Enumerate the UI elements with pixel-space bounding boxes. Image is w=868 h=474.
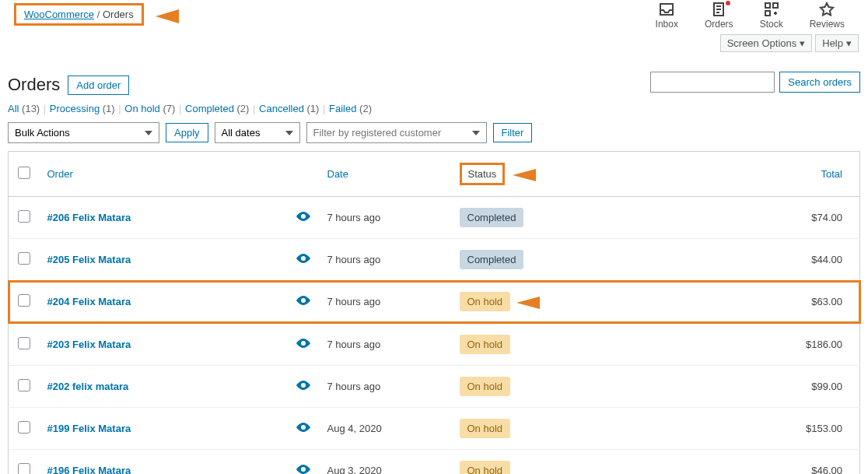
preview-icon[interactable] xyxy=(296,423,310,434)
col-total[interactable]: Total xyxy=(821,168,842,180)
order-date: 7 hours ago xyxy=(327,254,381,265)
nav-inbox-label: Inbox xyxy=(656,19,678,30)
status-badge: On hold xyxy=(460,419,511,438)
chevron-down-icon: ▾ xyxy=(846,37,852,49)
customer-filter-select[interactable]: Filter by registered customer xyxy=(306,122,487,143)
page-title: Orders xyxy=(8,75,60,95)
nav-orders-label: Orders xyxy=(705,19,733,30)
status-badge: Completed xyxy=(460,208,524,227)
nav-reviews-label: Reviews xyxy=(810,19,845,30)
table-row[interactable]: #199 Felix Matara Aug 4, 2020 On hold $1… xyxy=(9,407,860,449)
status-badge: On hold xyxy=(460,335,511,354)
table-row[interactable]: #203 Felix Matara 7 hours ago On hold $1… xyxy=(9,323,860,365)
order-total: $153.00 xyxy=(806,423,842,434)
table-row[interactable]: #196 Felix Matara Aug 3, 2020 On hold $4… xyxy=(9,449,860,474)
nav-stock-label: Stock xyxy=(760,19,783,30)
inbox-icon xyxy=(659,2,674,17)
search-input[interactable] xyxy=(650,72,775,93)
order-date: 7 hours ago xyxy=(327,296,381,307)
row-checkbox[interactable] xyxy=(18,379,30,391)
dates-select[interactable]: All dates xyxy=(215,122,300,143)
row-checkbox[interactable] xyxy=(18,421,30,434)
toolbar: Bulk Actions Apply All dates Filter by r… xyxy=(0,122,868,151)
row-checkbox[interactable] xyxy=(18,337,30,349)
order-link[interactable]: #203 Felix Matara xyxy=(47,339,131,350)
order-link[interactable]: #202 felix matara xyxy=(47,381,129,392)
filter-processing[interactable]: Processing (1) xyxy=(50,103,115,114)
filter-completed[interactable]: Completed (2) xyxy=(185,103,249,114)
search-wrap: Search orders xyxy=(650,72,860,93)
select-all-checkbox[interactable] xyxy=(18,167,30,179)
table-row[interactable]: #205 Felix Matara 7 hours ago Completed … xyxy=(9,239,860,281)
status-badge: On hold xyxy=(460,292,511,311)
order-date: 7 hours ago xyxy=(327,381,381,392)
chevron-down-icon: ▾ xyxy=(800,37,805,49)
screen-options-row: Screen Options ▾ Help ▾ xyxy=(720,34,859,52)
search-button[interactable]: Search orders xyxy=(779,72,860,93)
status-badge: Completed xyxy=(460,250,524,269)
order-date: Aug 4, 2020 xyxy=(327,423,382,434)
order-link[interactable]: #204 Felix Matara xyxy=(47,296,131,307)
nav-reviews[interactable]: Reviews xyxy=(810,2,845,30)
row-checkbox[interactable] xyxy=(18,210,30,223)
status-badge: On hold xyxy=(460,377,511,396)
order-total: $46.00 xyxy=(811,465,842,474)
annotation-arrow-icon xyxy=(513,166,590,184)
table-row[interactable]: #204 Felix Matara 7 hours ago On hold $6… xyxy=(9,281,860,324)
svg-rect-0 xyxy=(765,3,770,8)
breadcrumb: WooCommerce / Orders xyxy=(14,3,144,26)
nav-stock[interactable]: Stock xyxy=(760,2,783,30)
filter-cancelled[interactable]: Cancelled (1) xyxy=(259,103,319,114)
status-filter-links: All (13) | Processing (1) | On hold (7) … xyxy=(0,100,868,122)
filter-button[interactable]: Filter xyxy=(493,123,533,142)
filter-all[interactable]: All (13) xyxy=(8,103,40,114)
annotation-arrow-icon xyxy=(156,5,233,28)
row-checkbox[interactable] xyxy=(18,294,30,307)
preview-icon[interactable] xyxy=(296,254,310,265)
breadcrumb-current: Orders xyxy=(103,9,134,20)
order-link[interactable]: #205 Felix Matara xyxy=(47,254,131,265)
order-total: $63.00 xyxy=(811,296,842,307)
order-total: $186.00 xyxy=(806,339,842,350)
screen-options-button[interactable]: Screen Options ▾ xyxy=(720,34,813,52)
order-total: $44.00 xyxy=(811,254,842,265)
breadcrumb-sep: / xyxy=(97,9,100,20)
preview-icon[interactable] xyxy=(296,381,310,392)
orders-table: Order Date Status Total #206 Felix Matar… xyxy=(8,151,860,474)
col-order[interactable]: Order xyxy=(47,168,73,180)
apply-button[interactable]: Apply xyxy=(166,123,208,142)
svg-rect-2 xyxy=(765,11,770,16)
order-link[interactable]: #206 Felix Matara xyxy=(47,212,131,223)
help-button[interactable]: Help ▾ xyxy=(815,34,859,52)
add-order-button[interactable]: Add order xyxy=(68,75,129,95)
order-total: $74.00 xyxy=(811,212,842,223)
bulk-actions-select[interactable]: Bulk Actions xyxy=(8,122,159,143)
preview-icon[interactable] xyxy=(296,296,310,307)
annotation-arrow-icon xyxy=(516,293,594,312)
stock-icon xyxy=(764,2,779,17)
preview-icon[interactable] xyxy=(296,212,310,223)
order-date: 7 hours ago xyxy=(327,212,381,223)
order-link[interactable]: #196 Felix Matara xyxy=(47,465,131,474)
table-row[interactable]: #202 felix matara 7 hours ago On hold $9… xyxy=(9,365,860,407)
col-date[interactable]: Date xyxy=(327,168,348,180)
nav-orders[interactable]: Orders xyxy=(705,2,733,30)
row-checkbox[interactable] xyxy=(18,463,30,474)
row-checkbox[interactable] xyxy=(18,252,30,265)
svg-rect-1 xyxy=(773,3,778,8)
order-date: 7 hours ago xyxy=(327,339,381,350)
nav-inbox[interactable]: Inbox xyxy=(656,2,678,30)
order-link[interactable]: #199 Felix Matara xyxy=(47,423,131,434)
status-badge: On hold xyxy=(460,461,511,474)
order-date: Aug 3, 2020 xyxy=(327,465,382,474)
col-status[interactable]: Status xyxy=(460,163,506,185)
preview-icon[interactable] xyxy=(296,339,310,350)
notification-dot-icon xyxy=(726,1,730,5)
filter-onhold[interactable]: On hold (7) xyxy=(124,103,175,114)
order-total: $99.00 xyxy=(811,381,842,392)
filter-failed[interactable]: Failed (2) xyxy=(329,103,372,114)
reviews-icon xyxy=(819,2,835,17)
preview-icon[interactable] xyxy=(296,465,310,474)
table-row[interactable]: #206 Felix Matara 7 hours ago Completed … xyxy=(9,197,860,239)
breadcrumb-root[interactable]: WooCommerce xyxy=(24,9,94,20)
